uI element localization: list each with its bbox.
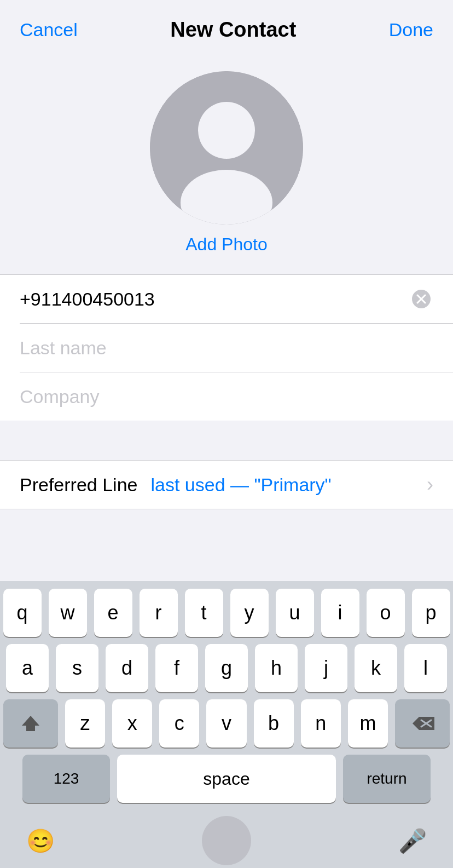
last-name-field <box>0 324 453 372</box>
clear-button[interactable] <box>409 287 433 311</box>
page-title: New Contact <box>170 18 296 42</box>
svg-marker-6 <box>22 716 39 731</box>
preferred-line-value: last used — "Primary" <box>150 474 427 496</box>
key-j[interactable]: j <box>305 644 347 692</box>
cancel-button[interactable]: Cancel <box>20 19 78 41</box>
key-f[interactable]: f <box>155 644 198 692</box>
last-name-input[interactable] <box>20 337 433 359</box>
keyboard-row-1: q w e r t y u i o p <box>3 589 450 637</box>
keyboard-row-3: z x c v b n m <box>3 699 450 748</box>
space-key[interactable]: space <box>117 755 336 803</box>
chevron-right-icon: › <box>427 473 433 496</box>
shift-icon <box>21 714 40 733</box>
key-k[interactable]: k <box>355 644 397 692</box>
key-u[interactable]: u <box>276 589 314 637</box>
backspace-key[interactable] <box>395 699 450 748</box>
bottom-bar: 😊 🎤 <box>0 813 453 868</box>
key-i[interactable]: i <box>321 589 359 637</box>
key-h[interactable]: h <box>255 644 298 692</box>
form-gap <box>0 421 453 460</box>
company-field <box>0 372 453 421</box>
shift-key[interactable] <box>3 699 58 748</box>
add-photo-button[interactable]: Add Photo <box>185 234 267 255</box>
key-v[interactable]: v <box>206 699 246 748</box>
key-t[interactable]: t <box>185 589 223 637</box>
keyboard: q w e r t y u i o p a s d f g h j k l <box>0 581 453 868</box>
key-y[interactable]: y <box>230 589 269 637</box>
key-p[interactable]: p <box>412 589 450 637</box>
key-n[interactable]: n <box>301 699 341 748</box>
key-r[interactable]: r <box>140 589 178 637</box>
avatar[interactable] <box>150 71 303 225</box>
key-l[interactable]: l <box>404 644 447 692</box>
svg-point-1 <box>198 102 255 159</box>
key-z[interactable]: z <box>65 699 105 748</box>
first-name-input[interactable] <box>20 289 409 310</box>
form-section <box>0 275 453 421</box>
preferred-line-section: Preferred Line last used — "Primary" › <box>0 460 453 509</box>
avatar-section: Add Photo <box>0 55 453 274</box>
done-button[interactable]: Done <box>389 19 433 41</box>
preferred-line-label: Preferred Line <box>20 474 137 496</box>
avatar-placeholder-icon <box>150 71 303 225</box>
keyboard-row-2: a s d f g h j k l <box>3 644 450 692</box>
key-x[interactable]: x <box>112 699 152 748</box>
header: Cancel New Contact Done <box>0 0 453 55</box>
key-g[interactable]: g <box>205 644 248 692</box>
key-q[interactable]: q <box>3 589 42 637</box>
keyboard-keys: q w e r t y u i o p a s d f g h j k l <box>0 581 453 813</box>
key-m[interactable]: m <box>348 699 388 748</box>
emoji-button[interactable]: 😊 <box>26 827 55 854</box>
backspace-icon <box>410 715 434 732</box>
company-input[interactable] <box>20 386 433 407</box>
mic-button[interactable]: 🎤 <box>398 827 427 854</box>
key-w[interactable]: w <box>49 589 87 637</box>
numbers-key[interactable]: 123 <box>22 755 110 803</box>
key-a[interactable]: a <box>6 644 49 692</box>
key-e[interactable]: e <box>94 589 132 637</box>
key-b[interactable]: b <box>254 699 294 748</box>
key-o[interactable]: o <box>367 589 405 637</box>
key-s[interactable]: s <box>56 644 98 692</box>
key-d[interactable]: d <box>106 644 148 692</box>
key-c[interactable]: c <box>159 699 199 748</box>
home-indicator <box>202 816 251 865</box>
return-key[interactable]: return <box>343 755 431 803</box>
first-name-field <box>0 275 453 323</box>
keyboard-row-4: 123 space return <box>3 755 450 803</box>
preferred-line-row[interactable]: Preferred Line last used — "Primary" › <box>0 461 453 509</box>
clear-icon <box>411 289 431 309</box>
